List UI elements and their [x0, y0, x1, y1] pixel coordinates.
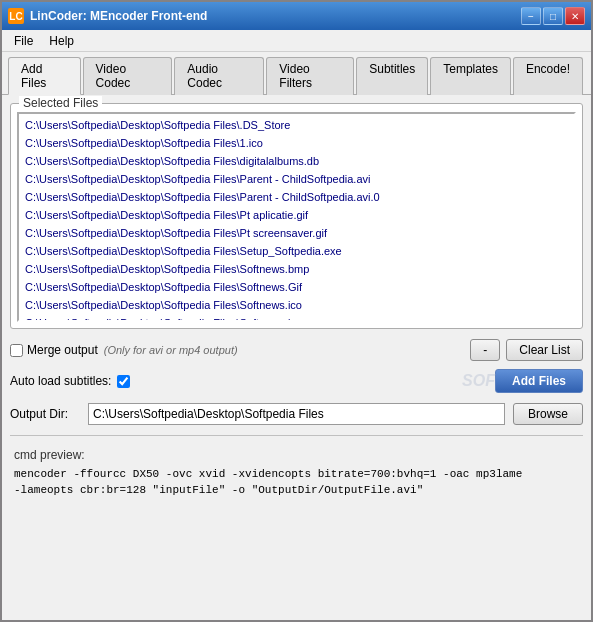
window-controls: − □ ✕ — [521, 7, 585, 25]
tab-templates[interactable]: Templates — [430, 57, 511, 95]
app-icon: LC — [8, 8, 24, 24]
list-item[interactable]: C:\Users\Softpedia\Desktop\Softpedia Fil… — [21, 242, 572, 260]
subtitle-row: Auto load subtitles: SOF Add Files — [10, 369, 583, 393]
file-list-container: C:\Users\Softpedia\Desktop\Softpedia Fil… — [17, 112, 576, 322]
list-item[interactable]: C:\Users\Softpedia\Desktop\Softpedia Fil… — [21, 224, 572, 242]
remove-button[interactable]: - — [470, 339, 500, 361]
maximize-button[interactable]: □ — [543, 7, 563, 25]
cmd-section: cmd preview: mencoder -ffourcc DX50 -ovc… — [10, 446, 583, 612]
main-window: LC LinCoder: MEncoder Front-end − □ ✕ Fi… — [0, 0, 593, 622]
watermark: SOF — [130, 372, 495, 390]
tabs-bar: Add Files Video Codec Audio Codec Video … — [2, 52, 591, 95]
subtitle-left: Auto load subtitles: — [10, 374, 130, 388]
list-item[interactable]: C:\Users\Softpedia\Desktop\Softpedia Fil… — [21, 260, 572, 278]
file-list-inner: C:\Users\Softpedia\Desktop\Softpedia Fil… — [19, 114, 574, 322]
cmd-line-1: mencoder -ffourcc DX50 -ovc xvid -xviden… — [14, 466, 579, 482]
tab-add-files[interactable]: Add Files — [8, 57, 81, 95]
list-item[interactable]: C:\Users\Softpedia\Desktop\Softpedia Fil… — [21, 116, 572, 134]
list-item[interactable]: C:\Users\Softpedia\Desktop\Softpedia Fil… — [21, 278, 572, 296]
browse-button[interactable]: Browse — [513, 403, 583, 425]
output-dir-label: Output Dir: — [10, 407, 80, 421]
controls-row: Merge output (Only for avi or mp4 output… — [10, 339, 583, 361]
list-item[interactable]: C:\Users\Softpedia\Desktop\Softpedia Fil… — [21, 152, 572, 170]
title-bar-left: LC LinCoder: MEncoder Front-end — [8, 8, 207, 24]
minimize-button[interactable]: − — [521, 7, 541, 25]
menu-help[interactable]: Help — [41, 32, 82, 50]
output-dir-row: Output Dir: Browse — [10, 403, 583, 425]
clear-list-button[interactable]: Clear List — [506, 339, 583, 361]
auto-load-label: Auto load subtitles: — [10, 374, 111, 388]
controls-right: - Clear List — [470, 339, 583, 361]
list-item[interactable]: C:\Users\Softpedia\Desktop\Softpedia Fil… — [21, 188, 572, 206]
add-files-button[interactable]: Add Files — [495, 369, 583, 393]
tab-audio-codec[interactable]: Audio Codec — [174, 57, 264, 95]
divider — [10, 435, 583, 436]
tab-subtitles[interactable]: Subtitles — [356, 57, 428, 95]
auto-load-checkbox[interactable] — [117, 375, 130, 388]
list-item[interactable]: C:\Users\Softpedia\Desktop\Softpedia Fil… — [21, 170, 572, 188]
output-dir-input[interactable] — [88, 403, 505, 425]
main-content: Selected Files C:\Users\Softpedia\Deskto… — [2, 95, 591, 620]
window-title: LinCoder: MEncoder Front-end — [30, 9, 207, 23]
cmd-preview-label: cmd preview: — [14, 448, 579, 462]
menu-file[interactable]: File — [6, 32, 41, 50]
merge-hint: (Only for avi or mp4 output) — [104, 344, 238, 356]
tab-video-filters[interactable]: Video Filters — [266, 57, 354, 95]
list-item[interactable]: C:\Users\Softpedia\Desktop\Softpedia Fil… — [21, 296, 572, 314]
close-button[interactable]: ✕ — [565, 7, 585, 25]
file-list[interactable]: C:\Users\Softpedia\Desktop\Softpedia Fil… — [17, 112, 576, 322]
title-bar: LC LinCoder: MEncoder Front-end − □ ✕ — [2, 2, 591, 30]
tab-video-codec[interactable]: Video Codec — [83, 57, 173, 95]
merge-output-label: Merge output — [10, 343, 98, 357]
merge-output-text: Merge output — [27, 343, 98, 357]
menu-bar: File Help — [2, 30, 591, 52]
list-item[interactable]: C:\Users\Softpedia\Desktop\Softpedia Fil… — [21, 134, 572, 152]
group-label: Selected Files — [19, 96, 102, 110]
list-item[interactable]: C:\Users\Softpedia\Desktop\Softpedia Fil… — [21, 206, 572, 224]
controls-left: Merge output (Only for avi or mp4 output… — [10, 343, 238, 357]
tab-encode[interactable]: Encode! — [513, 57, 583, 95]
cmd-line-2: -lameopts cbr:br=128 "inputFile" -o "Out… — [14, 482, 579, 498]
merge-output-checkbox[interactable] — [10, 344, 23, 357]
selected-files-group: Selected Files C:\Users\Softpedia\Deskto… — [10, 103, 583, 329]
list-item[interactable]: C:\Users\Softpedia\Desktop\Softpedia Fil… — [21, 314, 572, 322]
